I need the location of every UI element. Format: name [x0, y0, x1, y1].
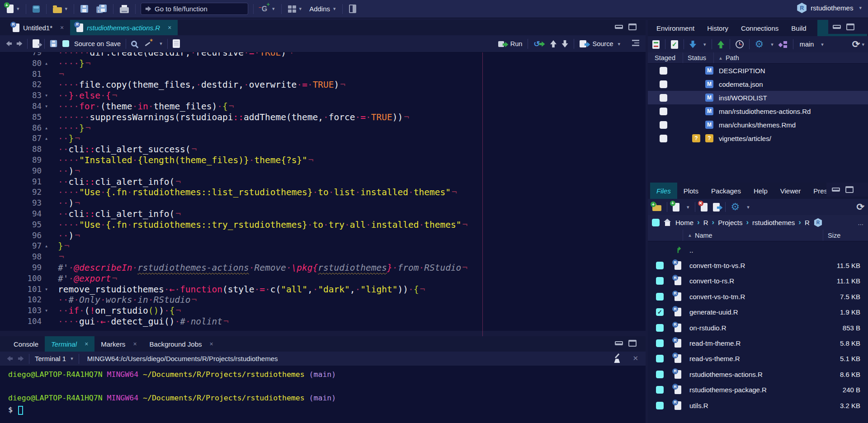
file-checkbox[interactable]: ✓: [656, 308, 664, 316]
staged-checkbox[interactable]: [660, 108, 667, 115]
code-line[interactable]: 100#'·@export¬: [0, 273, 646, 284]
close-icon[interactable]: ×: [133, 341, 137, 347]
file-checkbox[interactable]: [656, 277, 664, 285]
file-row[interactable]: convert-vs-to-tm.R7.5 KB: [648, 289, 868, 304]
terminal-back-button[interactable]: [7, 356, 13, 362]
code-line[interactable]: 94··cli::cli_alert_info(¬: [0, 209, 646, 220]
file-checkbox[interactable]: [656, 402, 664, 409]
print-button[interactable]: [118, 3, 130, 14]
column-path[interactable]: ▲Path: [713, 52, 868, 63]
branch-icon[interactable]: [779, 41, 788, 48]
tab-console[interactable]: Console: [7, 336, 45, 352]
new-blank-file-button[interactable]: +: [673, 203, 679, 212]
breadcrumb-item-r[interactable]: R: [805, 219, 810, 226]
file-name[interactable]: read-vs-theme.R: [689, 355, 740, 362]
push-button[interactable]: [717, 41, 724, 48]
tab-build[interactable]: Build: [785, 20, 812, 36]
code-tools-button[interactable]: [144, 39, 153, 48]
close-icon[interactable]: ×: [60, 24, 64, 31]
staged-checkbox[interactable]: [660, 135, 667, 142]
save-button[interactable]: [79, 4, 90, 14]
file-name[interactable]: convert-vs-to-tm.R: [689, 293, 745, 301]
compile-report-button[interactable]: [173, 39, 180, 48]
breadcrumb-item-home[interactable]: Home: [675, 219, 693, 226]
file-checkbox[interactable]: [656, 355, 664, 362]
minimize-icon[interactable]: [832, 188, 840, 192]
file-name[interactable]: on-rstudio.R: [689, 324, 726, 332]
new-folder-button[interactable]: +: [652, 205, 661, 211]
file-name[interactable]: ..: [689, 246, 693, 254]
commit-button[interactable]: [671, 40, 678, 49]
file-name[interactable]: convert-to-rs.R: [689, 277, 734, 285]
rerun-button[interactable]: ↺: [533, 39, 544, 49]
code-line[interactable]: 84▾····for·(theme·in·theme_files)·{¬: [0, 101, 646, 112]
git-row[interactable]: Mman/rstudiothemes-actions.Rd: [648, 104, 868, 118]
tab-history[interactable]: History: [701, 20, 735, 36]
file-row[interactable]: ✓generate-uuid.R1.9 KB: [648, 305, 868, 320]
minimize-icon[interactable]: [615, 341, 623, 345]
file-row[interactable]: read-vs-theme.R5.1 KB: [648, 351, 868, 367]
file-row[interactable]: rstudiothemes-actions.R8.6 KB: [648, 367, 868, 382]
history-clock-button[interactable]: [736, 40, 744, 48]
source-button[interactable]: Source ▾: [580, 40, 620, 47]
tab-terminal[interactable]: Terminal×: [45, 336, 94, 352]
code-line[interactable]: 86▴····}¬: [0, 123, 646, 134]
terminal-selector[interactable]: Terminal 1 ▾: [35, 355, 73, 362]
file-row[interactable]: convert-to-rs.R11.1 KB: [648, 273, 868, 289]
file-row[interactable]: ⬑..: [648, 242, 868, 258]
tab-untitled1[interactable]: Untitled1*×: [6, 20, 70, 35]
new-project-button[interactable]: [31, 4, 41, 14]
fold-marker-icon[interactable]: ▾: [45, 306, 48, 316]
run-button[interactable]: Run: [498, 40, 523, 47]
workspace-panes-button[interactable]: ▾: [287, 4, 303, 14]
code-line[interactable]: 95····"Use·{.fn·rstudiothemes::try_rstud…: [0, 220, 646, 230]
breadcrumb-overflow[interactable]: ...: [858, 219, 863, 226]
back-button[interactable]: [6, 41, 12, 47]
terminal-forward-button[interactable]: [18, 356, 24, 362]
file-checkbox[interactable]: [656, 293, 664, 301]
column-status[interactable]: Status: [683, 52, 713, 63]
file-row[interactable]: utils.R3.2 KB: [648, 398, 868, 413]
more-gear-icon[interactable]: ⚙: [731, 202, 740, 212]
tab-viewer[interactable]: Viewer: [774, 183, 807, 199]
tab-background-jobs[interactable]: Background Jobs×: [143, 336, 220, 352]
breadcrumb-item-projects[interactable]: Projects: [718, 219, 742, 226]
code-line[interactable]: 104····gui·←·detect_gui()·#·nolint¬: [0, 316, 646, 327]
file-row[interactable]: rstudiothemes-package.R240 B: [648, 382, 868, 398]
minimize-icon[interactable]: [833, 25, 841, 29]
branch-selector[interactable]: main: [800, 41, 814, 48]
copy-file-button[interactable]: [713, 203, 720, 212]
file-checkbox[interactable]: [656, 371, 664, 378]
code-line[interactable]: 99#'·@describeIn·rstudiothemes-actions·R…: [0, 263, 646, 273]
code-line[interactable]: 87▴··}¬: [0, 133, 646, 144]
fold-marker-icon[interactable]: ▾: [45, 101, 48, 112]
find-replace-button[interactable]: [131, 41, 137, 47]
file-checkbox[interactable]: [656, 324, 664, 332]
close-icon[interactable]: ×: [209, 341, 213, 347]
addins-button[interactable]: Addins ▾: [308, 4, 337, 14]
file-row[interactable]: read-tm-theme.R5.8 KB: [648, 335, 868, 351]
git-row[interactable]: Minst/WORDLIST: [648, 91, 868, 104]
file-name[interactable]: utils.R: [689, 402, 708, 409]
code-line[interactable]: 101▾remove_rstudiothemes·←·function(styl…: [0, 284, 646, 295]
maximize-icon[interactable]: [846, 24, 854, 30]
maximize-icon[interactable]: [628, 24, 637, 30]
tab-plots[interactable]: Plots: [677, 183, 705, 199]
code-line[interactable]: 93··)¬: [0, 198, 646, 209]
code-line[interactable]: 102··#·Only·works·in·RStudio¬: [0, 295, 646, 306]
file-checkbox[interactable]: [656, 339, 664, 347]
file-name[interactable]: read-tm-theme.R: [689, 339, 741, 347]
open-file-button[interactable]: ▾: [52, 4, 69, 14]
source-on-save-checkbox[interactable]: [62, 40, 69, 47]
select-all-checkbox[interactable]: [652, 219, 660, 226]
tab-rstudiothemes-actions-r[interactable]: rstudiothemes-actions.R×: [70, 20, 178, 35]
code-line[interactable]: 81¬: [0, 69, 646, 80]
code-line[interactable]: 85······suppressWarnings(rstudioapi::add…: [0, 112, 646, 123]
previous-chunk-button[interactable]: [550, 40, 557, 47]
breadcrumb-item-r[interactable]: R: [703, 219, 708, 226]
clear-terminal-button[interactable]: [613, 354, 623, 363]
breadcrumb-item-rstudiothemes[interactable]: rstudiothemes: [752, 219, 795, 226]
close-icon[interactable]: ×: [85, 341, 88, 347]
project-selector[interactable]: R rstudiothemes ▾: [797, 3, 862, 13]
fold-marker-icon[interactable]: ▾: [45, 90, 48, 101]
